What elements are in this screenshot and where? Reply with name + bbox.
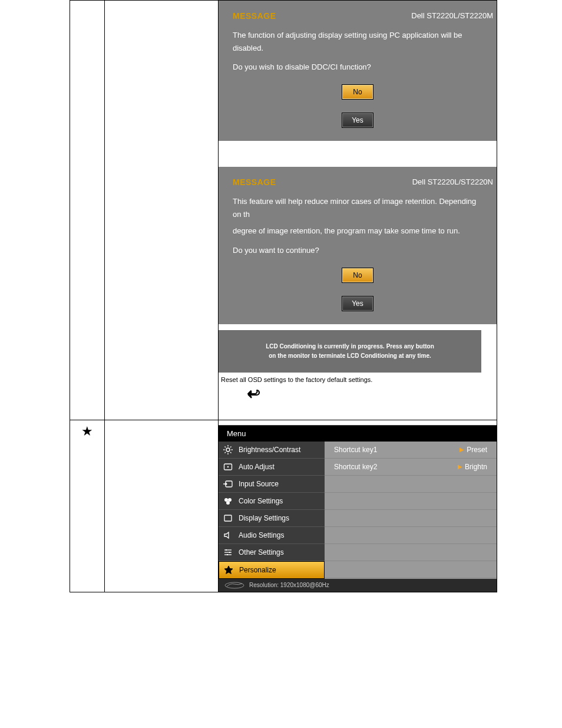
menu-item-personalize[interactable]: Personalize: [219, 561, 325, 579]
menu-item-other-settings[interactable]: Other Settings: [219, 544, 325, 561]
no-button[interactable]: No: [342, 84, 373, 100]
menu-item-input-source[interactable]: Input Source: [219, 476, 325, 493]
menu-right-pane: Shortcut key1 ▶Preset Shortcut key2 ▶Bri…: [325, 442, 497, 579]
dialog-text: The function of adjusting display settin…: [233, 29, 482, 55]
message-header: MESSAGE: [233, 11, 276, 21]
shortcut-key1-row[interactable]: Shortcut key1 ▶Preset: [325, 442, 497, 459]
menu-item-label: Auto Adjust: [239, 463, 275, 471]
menu-item-brightness-contrast[interactable]: Brightness/Contrast: [219, 442, 325, 459]
blank-row: [325, 476, 497, 493]
yes-button[interactable]: Yes: [342, 296, 373, 311]
menu-item-label: Brightness/Contrast: [239, 446, 300, 454]
chevron-right-icon: ▶: [459, 446, 464, 453]
svg-point-10: [227, 466, 229, 467]
star-icon: ★: [81, 424, 93, 439]
menu-title: Menu: [219, 425, 497, 442]
energy-star-icon: [224, 581, 244, 588]
menu-item-audio-settings[interactable]: Audio Settings: [219, 527, 325, 544]
monitor-model: Dell ST2220L/ST2220N: [412, 177, 493, 186]
svg-point-14: [226, 501, 230, 505]
audio-icon: [223, 531, 233, 540]
label-col-empty: [105, 1, 219, 420]
display-settings-icon: [223, 513, 233, 523]
svg-rect-21: [227, 554, 228, 555]
brightness-icon: [223, 445, 233, 454]
shortcut-key2-row[interactable]: Shortcut key2 ▶Brightn: [325, 459, 497, 476]
menu-left-pane: Brightness/Contrast Auto Adjust Input So…: [219, 442, 325, 579]
menu-item-display-settings[interactable]: Display Settings: [219, 510, 325, 527]
resolution-text: Resolution: 1920x1080@60Hz: [249, 582, 329, 588]
auto-adjust-icon: [223, 462, 233, 472]
svg-point-13: [228, 498, 232, 502]
menu-item-label: Display Settings: [239, 514, 289, 522]
label-col-empty: [105, 420, 219, 592]
lcd-progress-box: LCD Conditioning is currently in progres…: [219, 330, 481, 373]
menu-item-label: Personalize: [239, 566, 276, 574]
row-value: Preset: [467, 446, 487, 454]
ddcci-dialog: MESSAGE Dell ST2220L/ST2220M The functio…: [219, 1, 497, 141]
menu-item-label: Color Settings: [239, 497, 283, 505]
color-settings-icon: [223, 496, 233, 506]
content-col: MESSAGE Dell ST2220L/ST2220M The functio…: [219, 1, 497, 420]
doc-table: MESSAGE Dell ST2220L/ST2220M The functio…: [70, 0, 497, 592]
svg-point-0: [226, 448, 230, 452]
svg-line-8: [230, 446, 232, 447]
svg-line-5: [225, 446, 226, 447]
svg-rect-19: [226, 549, 227, 551]
personalize-icon-cell: ★: [70, 420, 105, 592]
menu-item-color-settings[interactable]: Color Settings: [219, 493, 325, 510]
icon-col-empty: [70, 1, 105, 420]
yes-button[interactable]: Yes: [342, 113, 373, 128]
row-value: Brightn: [465, 463, 487, 471]
dialog-text: degree of image retention, the program m…: [233, 225, 482, 238]
svg-line-7: [225, 452, 226, 453]
factory-reset-text: Reset all OSD settings to the factory de…: [219, 373, 497, 386]
svg-point-12: [224, 498, 228, 502]
blank-row: [325, 510, 497, 527]
blank-row: [325, 493, 497, 510]
progress-line: on the monitor to terminate LCD Conditio…: [247, 351, 453, 361]
input-source-icon: [223, 479, 233, 489]
menu-item-label: Input Source: [239, 480, 279, 488]
resolution-bar: Resolution: 1920x1080@60Hz: [219, 579, 497, 592]
svg-rect-15: [224, 515, 232, 521]
row-label: Shortcut key1: [334, 446, 377, 454]
back-icon[interactable]: [246, 389, 497, 402]
lcd-conditioning-dialog: MESSAGE Dell ST2220L/ST2220N This featur…: [219, 167, 497, 324]
monitor-model: Dell ST2220L/ST2220M: [411, 11, 493, 20]
progress-line: LCD Conditioning is currently in progres…: [247, 342, 453, 351]
message-header: MESSAGE: [233, 177, 276, 187]
blank-row: [325, 527, 497, 544]
chevron-right-icon: ▶: [458, 463, 462, 470]
star-icon: [224, 565, 233, 575]
blank-row: [325, 561, 497, 578]
no-button[interactable]: No: [342, 268, 373, 283]
dialog-text: This feature will help reduce minor case…: [233, 195, 482, 221]
sliders-icon: [223, 548, 233, 557]
svg-line-6: [230, 452, 232, 453]
menu-item-auto-adjust[interactable]: Auto Adjust: [219, 459, 325, 476]
blank-row: [325, 544, 497, 561]
dialog-text: Do you wish to disable DDC/CI function?: [233, 61, 482, 74]
osd-menu: Menu Brightness/Contrast Auto Adjust Inp…: [219, 420, 497, 592]
menu-item-label: Audio Settings: [239, 531, 284, 539]
row-label: Shortcut key2: [334, 463, 377, 471]
menu-item-label: Other Settings: [239, 548, 284, 556]
dialog-text: Do you want to continue?: [233, 244, 482, 257]
svg-rect-20: [229, 552, 230, 553]
